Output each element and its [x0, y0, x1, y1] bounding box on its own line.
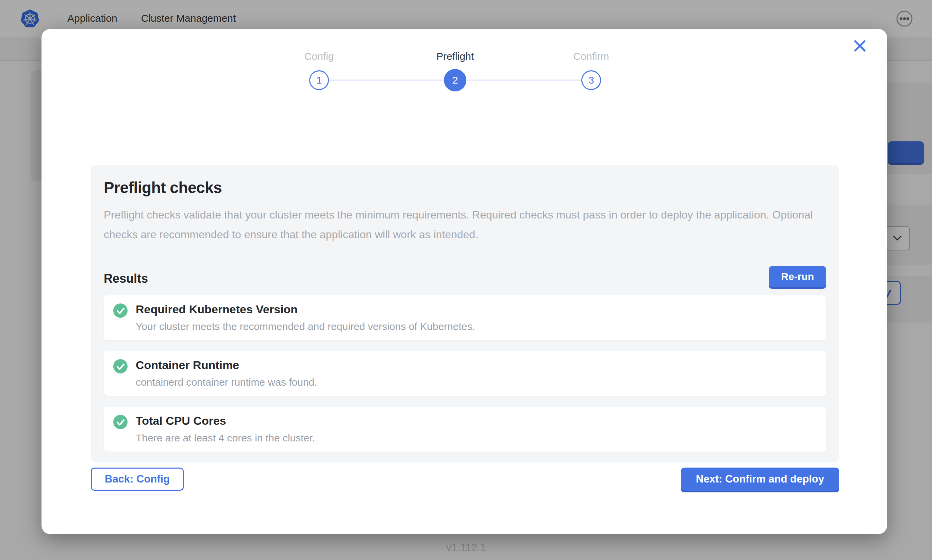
page-title: Preflight checks: [104, 178, 826, 197]
close-icon[interactable]: [852, 38, 867, 53]
step-label-confirm: Confirm: [523, 49, 659, 64]
wizard-stepper: Config Preflight Confirm 1 2 3: [251, 49, 659, 94]
preflight-description: Preflight checks validate that your clus…: [104, 205, 826, 244]
result-row: Required Kubernetes Version Your cluster…: [104, 295, 826, 340]
result-description: Your cluster meets the recommended and r…: [136, 321, 475, 332]
check-circle-icon: [113, 359, 128, 374]
result-title: Total CPU Cores: [136, 414, 315, 427]
step-label-preflight: Preflight: [387, 49, 523, 64]
result-title: Container Runtime: [136, 358, 317, 371]
result-description: There are at least 4 cores in the cluste…: [136, 432, 315, 443]
result-row: Total CPU Cores There are at least 4 cor…: [104, 407, 826, 452]
results-list: Required Kubernetes Version Your cluster…: [104, 295, 826, 452]
modal-footer: Back: Config Next: Confirm and deploy: [91, 468, 839, 491]
preflight-modal: Config Preflight Confirm 1 2 3 Preflight…: [42, 29, 887, 534]
check-circle-icon: [113, 303, 128, 318]
results-header: Results Re-run: [104, 266, 826, 287]
preflight-panel: Preflight checks Preflight checks valida…: [91, 165, 839, 463]
result-row: Container Runtime containerd container r…: [104, 351, 826, 396]
step-indicator-config[interactable]: 1: [309, 70, 329, 90]
result-title: Required Kubernetes Version: [136, 303, 475, 316]
rerun-button[interactable]: Re-run: [769, 266, 826, 287]
step-labels: Config Preflight Confirm: [251, 49, 659, 64]
step-label-config: Config: [251, 49, 387, 64]
next-confirm-deploy-button[interactable]: Next: Confirm and deploy: [681, 468, 839, 491]
step-indicator-confirm[interactable]: 3: [581, 70, 601, 90]
results-heading: Results: [104, 271, 148, 286]
step-indicator-preflight[interactable]: 2: [444, 69, 466, 91]
screen: Application Cluster Management 0 y v1.11…: [0, 0, 932, 560]
result-text: Total CPU Cores There are at least 4 cor…: [136, 414, 315, 443]
check-circle-icon: [113, 415, 128, 429]
result-text: Required Kubernetes Version Your cluster…: [136, 303, 475, 332]
back-config-button[interactable]: Back: Config: [91, 468, 184, 491]
result-text: Container Runtime containerd container r…: [136, 358, 317, 388]
result-description: containerd container runtime was found.: [136, 377, 317, 388]
step-track: 1 2 3: [251, 69, 659, 94]
